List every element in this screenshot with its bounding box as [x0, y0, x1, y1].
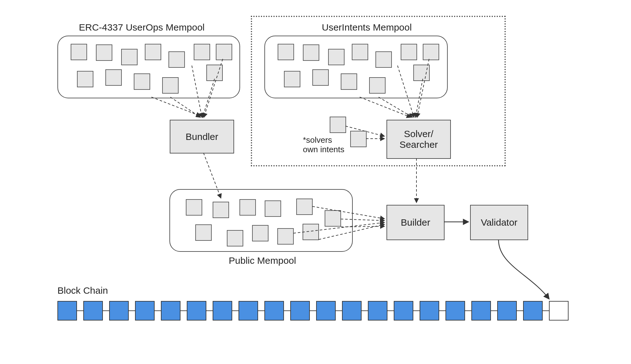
solver-intent-item — [350, 131, 367, 147]
block — [239, 301, 258, 321]
bundler-box: Bundler — [170, 120, 234, 153]
builder-label: Builder — [401, 217, 430, 228]
tx-item — [328, 49, 345, 65]
solvers-own-intents-note: *solvers own intents — [303, 136, 345, 154]
block-link — [180, 310, 187, 311]
block-link — [232, 310, 239, 311]
block-link — [439, 310, 445, 311]
block-link — [310, 310, 316, 311]
solver-intent-item — [330, 117, 346, 133]
tx-item — [121, 49, 138, 65]
tx-item — [303, 224, 319, 240]
userintents-mempool — [264, 36, 448, 98]
block — [187, 301, 206, 321]
block-link — [387, 310, 394, 311]
tx-item — [105, 69, 122, 86]
block-link — [206, 310, 213, 311]
block-link — [362, 310, 368, 311]
block — [420, 301, 439, 321]
tx-item — [216, 44, 232, 60]
block — [445, 301, 465, 321]
public-mempool-title: Public Mempool — [229, 255, 296, 266]
block-link — [129, 310, 135, 311]
tx-item — [325, 210, 341, 227]
block — [497, 301, 517, 321]
block — [57, 301, 77, 321]
tx-item — [162, 77, 179, 94]
block — [264, 301, 284, 321]
tx-item — [413, 65, 430, 81]
tx-item — [213, 202, 229, 218]
tx-item — [352, 44, 368, 60]
bundler-label: Bundler — [186, 131, 218, 142]
solver-label: Solver/ Searcher — [399, 129, 438, 150]
tx-item — [134, 73, 150, 90]
tx-item — [401, 44, 417, 60]
erc4337-mempool — [57, 36, 240, 98]
tx-item — [195, 224, 212, 241]
block-link — [284, 310, 290, 311]
tx-item — [168, 51, 185, 68]
block — [368, 301, 387, 321]
tx-item — [284, 71, 300, 87]
tx-item — [423, 44, 439, 60]
tx-item — [77, 71, 93, 87]
block-link — [103, 310, 109, 311]
tx-item — [375, 51, 392, 68]
block — [471, 301, 491, 321]
block-link — [517, 310, 523, 311]
tx-item — [186, 199, 202, 216]
erc4337-mempool-title: ERC-4337 UserOps Mempool — [79, 22, 204, 33]
tx-item — [312, 69, 329, 86]
validator-label: Validator — [481, 217, 517, 228]
block — [523, 301, 543, 321]
block-new — [549, 301, 569, 321]
block — [161, 301, 180, 321]
block-link — [413, 310, 420, 311]
block — [290, 301, 310, 321]
block — [135, 301, 155, 321]
tx-item — [303, 44, 319, 61]
tx-item — [265, 200, 281, 217]
tx-item — [369, 77, 386, 94]
tx-item — [252, 225, 268, 241]
blockchain-title: Block Chain — [57, 285, 108, 296]
tx-item — [71, 44, 87, 60]
block — [316, 301, 336, 321]
block — [342, 301, 362, 321]
blockchain — [57, 301, 569, 321]
tx-item — [227, 230, 243, 246]
block — [109, 301, 129, 321]
block — [213, 301, 232, 321]
tx-item — [296, 199, 313, 215]
tx-item — [341, 73, 357, 90]
solver-box: Solver/ Searcher — [386, 120, 451, 159]
block-link — [543, 310, 549, 311]
tx-item — [96, 44, 112, 61]
svg-line-0 — [151, 97, 200, 116]
validator-box: Validator — [470, 205, 528, 240]
public-mempool — [169, 189, 353, 252]
tx-item — [206, 65, 223, 81]
block — [394, 301, 413, 321]
tx-item — [277, 228, 294, 245]
block-link — [336, 310, 342, 311]
tx-item — [145, 44, 161, 60]
block — [83, 301, 103, 321]
block-link — [155, 310, 161, 311]
block-link — [77, 310, 83, 311]
diagram-canvas: ERC-4337 UserOps Mempool UserIntents Mem… — [0, 0, 631, 364]
block-link — [491, 310, 497, 311]
tx-item — [194, 44, 210, 60]
block-link — [465, 310, 471, 311]
builder-box: Builder — [386, 205, 445, 240]
block-link — [258, 310, 264, 311]
tx-item — [278, 44, 294, 60]
tx-item — [239, 199, 256, 216]
svg-line-1 — [170, 97, 200, 117]
